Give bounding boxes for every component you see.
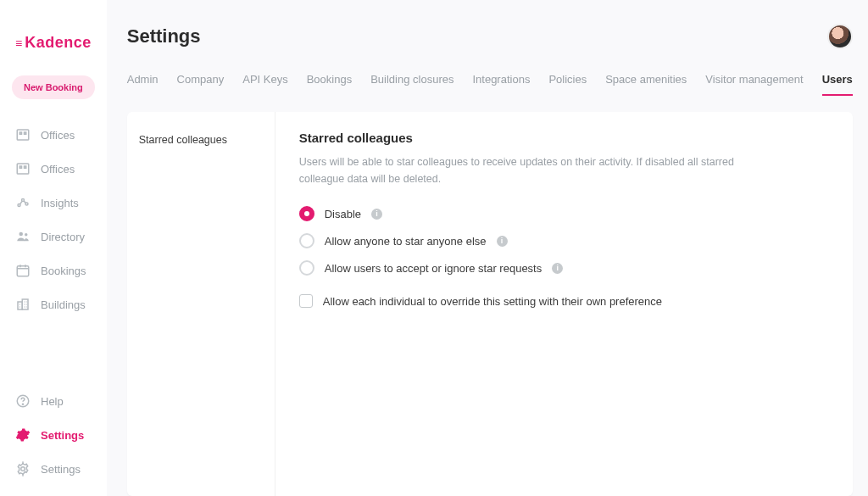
svg-point-16 xyxy=(21,467,25,471)
brand-logo: ≡ Kadence xyxy=(0,34,107,75)
info-icon[interactable]: i xyxy=(552,263,563,274)
gear-icon xyxy=(15,427,31,443)
svg-point-6 xyxy=(18,204,20,207)
tab-building-closures[interactable]: Building closures xyxy=(370,73,453,96)
info-icon[interactable]: i xyxy=(371,209,382,220)
section-title: Starred colleagues xyxy=(299,131,829,145)
building-grid-icon xyxy=(15,127,31,142)
people-icon xyxy=(15,229,31,244)
svg-rect-12 xyxy=(18,302,22,309)
nav-label: Help xyxy=(41,395,64,408)
info-icon[interactable]: i xyxy=(497,236,508,247)
brand-name: Kadence xyxy=(25,34,92,52)
checkbox-input[interactable] xyxy=(299,294,313,308)
tab-policies[interactable]: Policies xyxy=(548,73,587,96)
tab-admin[interactable]: Admin xyxy=(127,73,159,96)
panel-body: Starred colleagues Users will be able to… xyxy=(275,112,853,496)
nav-label: Buildings xyxy=(41,298,86,311)
svg-rect-3 xyxy=(17,164,29,174)
tab-visitor-management[interactable]: Visitor management xyxy=(705,73,803,96)
override-checkbox-row[interactable]: Allow each individual to override this s… xyxy=(299,294,829,308)
radio-label: Allow anyone to star anyone else xyxy=(325,235,487,248)
radio-input[interactable] xyxy=(299,260,314,276)
tab-company[interactable]: Company xyxy=(177,73,225,96)
nav-label: Offices xyxy=(41,163,75,176)
nav-label: Insights xyxy=(41,197,79,209)
sidebar-item-help[interactable]: Help xyxy=(0,384,107,418)
tab-bookings[interactable]: Bookings xyxy=(307,73,352,96)
svg-point-10 xyxy=(25,233,27,236)
insights-icon xyxy=(15,195,31,210)
sidebar-item-directory[interactable]: Directory xyxy=(0,220,107,254)
settings-panel: Starred colleagues Starred colleagues Us… xyxy=(127,112,853,496)
checkbox-label: Allow each individual to override this s… xyxy=(323,295,662,308)
option-accept-ignore[interactable]: Allow users to accept or ignore star req… xyxy=(299,260,829,276)
radio-label: Disable xyxy=(325,208,361,220)
building-grid-icon xyxy=(15,161,31,176)
nav-label: Settings xyxy=(41,429,84,442)
option-disable[interactable]: Disable i xyxy=(299,206,829,221)
sidebar-item-settings[interactable]: Settings xyxy=(0,418,107,452)
sidebar-item-settings-2[interactable]: Settings xyxy=(0,452,107,486)
tab-integrations[interactable]: Integrations xyxy=(472,73,530,96)
section-description: Users will be able to star colleagues to… xyxy=(299,153,740,187)
nav-label: Directory xyxy=(41,231,85,243)
sidebar-item-bookings[interactable]: Bookings xyxy=(0,254,107,287)
tab-users[interactable]: Users xyxy=(822,73,853,96)
svg-point-8 xyxy=(25,203,28,205)
sidebar-item-insights[interactable]: Insights xyxy=(0,186,107,220)
nav-primary: Offices Offices Insights Directory xyxy=(0,118,107,384)
radio-input[interactable] xyxy=(299,206,314,221)
radio-input[interactable] xyxy=(299,233,314,248)
settings-tabs: Admin Company API Keys Bookings Building… xyxy=(127,73,853,97)
buildings-icon xyxy=(15,297,31,312)
sidebar-item-offices[interactable]: Offices xyxy=(0,118,107,152)
svg-rect-4 xyxy=(19,166,21,168)
panel-side-nav: Starred colleagues xyxy=(127,112,275,496)
main-content: Settings Admin Company API Keys Bookings… xyxy=(107,0,868,496)
tab-space-amenities[interactable]: Space amenities xyxy=(605,73,687,96)
svg-rect-1 xyxy=(19,132,21,134)
svg-point-15 xyxy=(22,404,23,404)
nav-secondary: Help Settings Settings xyxy=(0,384,107,496)
nav-label: Bookings xyxy=(41,265,86,277)
svg-rect-11 xyxy=(17,266,29,276)
svg-rect-2 xyxy=(25,132,26,134)
sidebar: ≡ Kadence New Booking Offices Offices xyxy=(0,0,107,496)
svg-rect-0 xyxy=(17,130,29,140)
gear-icon xyxy=(15,461,31,476)
sidebar-item-offices-2[interactable]: Offices xyxy=(0,152,107,186)
help-icon xyxy=(15,393,31,409)
sidebar-item-buildings[interactable]: Buildings xyxy=(0,287,107,321)
header: Settings xyxy=(127,24,853,49)
panel-side-item-starred[interactable]: Starred colleagues xyxy=(139,131,263,149)
svg-point-9 xyxy=(19,232,24,237)
nav-label: Offices xyxy=(41,129,75,142)
page-title: Settings xyxy=(127,25,201,47)
radio-label: Allow users to accept or ignore star req… xyxy=(325,262,542,275)
nav-label: Settings xyxy=(41,463,81,476)
logo-mark-icon: ≡ xyxy=(15,36,21,50)
avatar[interactable] xyxy=(827,24,853,49)
svg-rect-5 xyxy=(25,166,26,168)
calendar-icon xyxy=(15,263,31,278)
tab-api-keys[interactable]: API Keys xyxy=(242,73,287,96)
new-booking-button[interactable]: New Booking xyxy=(12,75,95,99)
svg-rect-13 xyxy=(22,299,28,309)
option-allow-anyone[interactable]: Allow anyone to star anyone else i xyxy=(299,233,829,248)
svg-point-7 xyxy=(22,199,25,202)
